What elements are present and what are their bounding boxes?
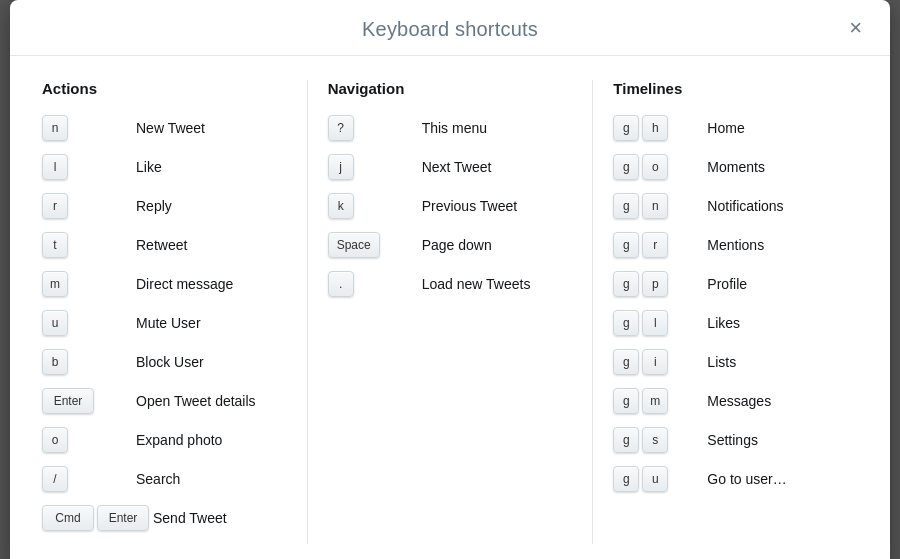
keyboard-key: i [642, 349, 668, 375]
key-group: Enter [42, 388, 132, 414]
shortcut-row: EnterOpen Tweet details [42, 388, 287, 414]
shortcut-label: Like [136, 159, 162, 175]
keyboard-key: Enter [97, 505, 149, 531]
keyboard-key: . [328, 271, 354, 297]
key-group: gu [613, 466, 703, 492]
keyboard-key: j [328, 154, 354, 180]
shortcut-label: Likes [707, 315, 740, 331]
key-group: CmdEnter [42, 505, 149, 531]
keyboard-key: Enter [42, 388, 94, 414]
keyboard-key: u [642, 466, 668, 492]
shortcut-row: uMute User [42, 310, 287, 336]
shortcut-label: Previous Tweet [422, 198, 517, 214]
key-group: b [42, 349, 132, 375]
key-group: gs [613, 427, 703, 453]
key-group: l [42, 154, 132, 180]
keyboard-key: k [328, 193, 354, 219]
shortcut-row: gnNotifications [613, 193, 858, 219]
shortcut-row: CmdEnterSend Tweet [42, 505, 287, 531]
keyboard-key: ? [328, 115, 354, 141]
shortcut-row: goMoments [613, 154, 858, 180]
shortcut-label: Search [136, 471, 180, 487]
key-group: gh [613, 115, 703, 141]
shortcut-label: Notifications [707, 198, 783, 214]
shortcut-row: grMentions [613, 232, 858, 258]
keyboard-key: n [642, 193, 668, 219]
key-group: Space [328, 232, 418, 258]
keyboard-key: / [42, 466, 68, 492]
shortcut-label: Go to user… [707, 471, 786, 487]
section-timelines: TimelinesghHomegoMomentsgnNotificationsg… [613, 80, 858, 544]
shortcut-label: This menu [422, 120, 487, 136]
key-group: . [328, 271, 418, 297]
keyboard-key: l [42, 154, 68, 180]
shortcut-label: Block User [136, 354, 204, 370]
key-group: t [42, 232, 132, 258]
keyboard-key: s [642, 427, 668, 453]
keyboard-key: n [42, 115, 68, 141]
shortcut-label: Reply [136, 198, 172, 214]
shortcut-row: tRetweet [42, 232, 287, 258]
shortcut-label: Mute User [136, 315, 201, 331]
key-group: gm [613, 388, 703, 414]
keyboard-key: g [613, 466, 639, 492]
keyboard-key: b [42, 349, 68, 375]
section-title-navigation: Navigation [328, 80, 573, 97]
keyboard-key: g [613, 193, 639, 219]
keyboard-key: g [613, 115, 639, 141]
keyboard-key: m [642, 388, 668, 414]
shortcut-label: Profile [707, 276, 747, 292]
key-group: gn [613, 193, 703, 219]
keyboard-key: p [642, 271, 668, 297]
key-group: m [42, 271, 132, 297]
key-group: gp [613, 271, 703, 297]
shortcut-label: Retweet [136, 237, 187, 253]
shortcut-row: bBlock User [42, 349, 287, 375]
modal-title: Keyboard shortcuts [362, 18, 538, 41]
keyboard-key: Cmd [42, 505, 94, 531]
shortcut-label: Mentions [707, 237, 764, 253]
shortcut-row: SpacePage down [328, 232, 573, 258]
shortcut-row: guGo to user… [613, 466, 858, 492]
keyboard-key: g [613, 271, 639, 297]
modal-body: ActionsnNew TweetlLikerReplytRetweetmDir… [10, 56, 890, 559]
key-group: n [42, 115, 132, 141]
shortcut-label: Next Tweet [422, 159, 492, 175]
key-group: gr [613, 232, 703, 258]
shortcut-row: nNew Tweet [42, 115, 287, 141]
keyboard-shortcuts-modal: Keyboard shortcuts × ActionsnNew TweetlL… [10, 0, 890, 559]
shortcut-row: ?This menu [328, 115, 573, 141]
key-group: u [42, 310, 132, 336]
close-button[interactable]: × [841, 13, 870, 43]
keyboard-key: g [613, 388, 639, 414]
section-title-actions: Actions [42, 80, 287, 97]
keyboard-key: t [42, 232, 68, 258]
shortcut-label: Load new Tweets [422, 276, 531, 292]
shortcut-row: lLike [42, 154, 287, 180]
shortcut-row: /Search [42, 466, 287, 492]
keyboard-key: m [42, 271, 68, 297]
section-title-timelines: Timelines [613, 80, 858, 97]
shortcut-label: Settings [707, 432, 758, 448]
key-group: go [613, 154, 703, 180]
shortcut-label: Moments [707, 159, 765, 175]
shortcut-row: rReply [42, 193, 287, 219]
keyboard-key: g [613, 232, 639, 258]
keyboard-key: l [642, 310, 668, 336]
keyboard-key: o [42, 427, 68, 453]
shortcut-label: Open Tweet details [136, 393, 256, 409]
key-group: gi [613, 349, 703, 375]
shortcut-row: gpProfile [613, 271, 858, 297]
keyboard-key: g [613, 154, 639, 180]
shortcut-label: Lists [707, 354, 736, 370]
shortcut-label: Home [707, 120, 744, 136]
shortcut-row: glLikes [613, 310, 858, 336]
modal-header: Keyboard shortcuts × [10, 0, 890, 56]
shortcut-label: Messages [707, 393, 771, 409]
section-divider [592, 80, 593, 544]
key-group: o [42, 427, 132, 453]
section-actions: ActionsnNew TweetlLikerReplytRetweetmDir… [42, 80, 287, 544]
key-group: r [42, 193, 132, 219]
keyboard-key: Space [328, 232, 380, 258]
shortcut-row: .Load new Tweets [328, 271, 573, 297]
